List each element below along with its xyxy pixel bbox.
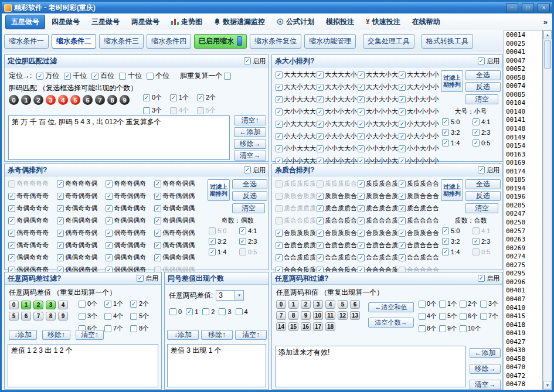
number-ball-3[interactable]: 3 — [46, 95, 56, 105]
result-number[interactable]: 00410 — [506, 304, 542, 313]
combo-checkbox[interactable]: ✓大大大大大 — [276, 70, 317, 79]
combo-checkbox[interactable]: 质合质质质 — [276, 204, 317, 213]
menu-item[interactable]: ¥快速投注 — [361, 15, 406, 29]
count-checkbox[interactable]: ✓1 — [186, 308, 198, 315]
count-checkbox[interactable]: 3 — [219, 308, 231, 315]
enable-checkbox[interactable]: ✓启用 — [478, 57, 499, 66]
filter-last-draw-button[interactable]: 过滤上期排列 — [441, 179, 463, 201]
count-checkbox[interactable]: 0 — [169, 308, 182, 315]
result-number[interactable]: 00196 — [506, 193, 542, 202]
number-chip-5[interactable]: 5 — [338, 300, 348, 309]
combo-checkbox[interactable]: ✓小大大大小 — [317, 120, 358, 128]
action-button[interactable]: 清空↑ — [234, 115, 266, 125]
combo-checkbox[interactable]: ✓小大小大大 — [276, 132, 317, 141]
combo-checkbox[interactable]: ✓合合质质合 — [317, 253, 358, 262]
action-button[interactable]: 清空→ — [470, 380, 501, 390]
chevron-down-icon[interactable]: ▼ — [234, 291, 243, 300]
action-button[interactable]: 清空→ — [234, 151, 266, 161]
count-checkbox[interactable]: 5个 — [130, 312, 156, 321]
count-checkbox[interactable]: 6个 — [460, 312, 480, 321]
result-number[interactable]: 00407 — [506, 295, 542, 304]
result-number[interactable]: 00470 — [506, 363, 542, 372]
result-number[interactable]: 00047 — [506, 57, 542, 66]
tab-item[interactable]: 缩水条件一 — [4, 34, 49, 49]
count-checkbox[interactable]: 3个 — [143, 106, 170, 115]
action-button[interactable]: 清空↑ — [76, 330, 104, 340]
action-button[interactable]: 移除↑ — [201, 330, 233, 340]
combo-checkbox[interactable]: ✓偶偶奇偶奇 — [106, 253, 154, 262]
number-chip-6[interactable]: 6 — [21, 312, 31, 321]
combo-checkbox[interactable]: ✓大小大小小 — [399, 95, 440, 104]
combo-checkbox[interactable]: ✓奇偶奇偶偶 — [154, 204, 203, 213]
filter-last-draw-button[interactable]: 过滤上期排列 — [441, 70, 463, 92]
combo-checkbox[interactable]: ✓大大大大小 — [317, 70, 358, 79]
combo-checkbox[interactable]: ✓大小小小大 — [358, 107, 399, 116]
minimize-button[interactable]: – — [506, 3, 518, 12]
count-checkbox[interactable]: 8个 — [130, 324, 156, 333]
ratio-checkbox[interactable]: ✓4:1 — [473, 118, 502, 125]
combo-checkbox[interactable]: ✓偶奇偶奇奇 — [8, 241, 57, 250]
combo-checkbox[interactable]: ✓合质合质合 — [317, 241, 358, 250]
ratio-checkbox[interactable]: ✓1:4 — [442, 248, 473, 255]
count-checkbox[interactable]: 9个 — [439, 325, 460, 333]
result-number[interactable]: 00419 — [506, 329, 542, 338]
combo-checkbox[interactable]: ✓偶奇奇偶偶 — [154, 229, 203, 237]
combo-checkbox[interactable]: ✓偶偶奇奇偶 — [57, 253, 106, 262]
ratio-checkbox[interactable]: ✓1:4 — [442, 139, 473, 146]
combo-checkbox[interactable]: ✓大大小小小 — [399, 83, 440, 91]
result-number[interactable]: 00185 — [506, 176, 542, 185]
result-number[interactable]: 00247 — [506, 210, 542, 219]
result-number[interactable]: 00274 — [506, 253, 542, 261]
combo-checkbox[interactable]: ✓偶偶奇偶偶 — [154, 253, 203, 262]
combo-checkbox[interactable]: ✓大大小小大 — [358, 83, 399, 91]
count-checkbox[interactable]: 8个 — [419, 325, 439, 333]
combo-checkbox[interactable]: ✓偶奇奇偶奇 — [106, 229, 154, 237]
combo-checkbox[interactable]: ✓质合质质合 — [317, 204, 358, 213]
combo-checkbox[interactable]: ✓合质合合合 — [399, 241, 440, 250]
action-button[interactable]: 移除→ — [470, 364, 501, 374]
result-number[interactable]: 00269 — [506, 244, 542, 253]
result-number[interactable]: 00250 — [506, 219, 542, 227]
number-ball-5[interactable]: 5 — [70, 95, 80, 105]
combo-checkbox[interactable]: ✓质质合合质 — [358, 192, 399, 200]
number-chip-18[interactable]: 18 — [325, 322, 335, 331]
ratio-checkbox[interactable]: ✓3:2 — [442, 129, 473, 136]
count-checkbox[interactable]: 4个 — [104, 312, 130, 321]
combo-checkbox[interactable]: ✓奇偶奇偶奇 — [106, 204, 154, 213]
ratio-checkbox[interactable]: ✓5:0 — [442, 227, 473, 234]
action-button[interactable]: 清空↑ — [235, 330, 267, 340]
combo-checkbox[interactable]: ✓合质质质合 — [317, 229, 358, 237]
ratio-checkbox[interactable]: ✓3:2 — [442, 238, 473, 245]
number-chip-4[interactable]: 4 — [58, 301, 68, 309]
position-checkbox[interactable]: 个位 — [147, 71, 169, 81]
result-number[interactable]: 00014 — [506, 31, 542, 40]
number-ball-4[interactable]: 4 — [58, 95, 68, 105]
combo-checkbox[interactable]: ✓质质质合质 — [358, 179, 399, 188]
result-number[interactable]: 00257 — [506, 227, 542, 236]
count-checkbox[interactable]: 0个 — [79, 299, 104, 308]
combo-checkbox[interactable]: ✓奇偶偶奇奇 — [8, 216, 57, 225]
ratio-checkbox[interactable]: ✓3:2 — [209, 238, 239, 245]
count-checkbox[interactable]: 7个 — [104, 324, 130, 333]
number-ball-2[interactable]: 2 — [33, 95, 43, 105]
ratio-checkbox[interactable]: 0:5 — [473, 248, 502, 255]
number-chip-7[interactable]: 7 — [33, 312, 43, 321]
combo-checkbox[interactable]: ✓小小大小大 — [358, 144, 399, 153]
menu-item[interactable]: 五星做号 — [5, 15, 45, 29]
ratio-checkbox[interactable]: 4:1 — [473, 227, 502, 234]
combo-checkbox[interactable]: ✓合合质合质 — [358, 253, 399, 262]
combo-checkbox[interactable]: ✓大大大小小 — [399, 70, 440, 79]
count-checkbox[interactable]: ✓2个 — [197, 93, 224, 102]
result-number[interactable]: 00263 — [506, 236, 542, 244]
count-checkbox[interactable]: 3个 — [480, 300, 501, 308]
result-number[interactable]: 00401 — [506, 287, 542, 295]
menu-item[interactable]: 走势图 — [166, 15, 208, 29]
number-ball-6[interactable]: 6 — [83, 95, 93, 105]
count-checkbox[interactable]: 5个 — [197, 106, 224, 115]
count-checkbox[interactable]: 3个 — [79, 312, 104, 321]
count-checkbox[interactable]: 4 — [236, 308, 248, 315]
action-button[interactable]: 全选 — [465, 179, 501, 189]
count-checkbox[interactable]: 5个 — [439, 312, 460, 321]
sum-rule-list-box[interactable]: 添加进来才有效! — [275, 346, 466, 387]
number-chip-8[interactable]: 8 — [288, 311, 298, 320]
